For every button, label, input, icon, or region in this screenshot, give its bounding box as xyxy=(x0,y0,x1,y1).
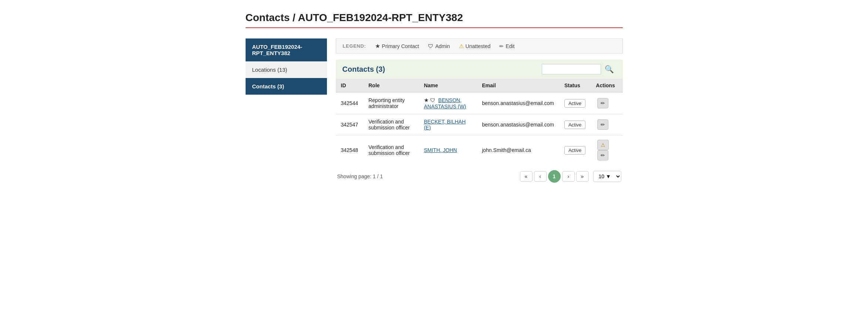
status-badge: Active xyxy=(564,121,585,129)
table-header-row: ID Role Name Email Status Actions xyxy=(336,79,623,92)
cell-role: Verification and submission officer xyxy=(363,135,419,165)
col-name: Name xyxy=(419,79,477,92)
cell-actions: ⚠ ✏ xyxy=(591,135,622,165)
col-status: Status xyxy=(559,79,591,92)
cell-status: Active xyxy=(559,92,591,114)
cell-id: 342547 xyxy=(336,114,364,135)
legend-admin-label: Admin xyxy=(435,43,450,49)
col-role: Role xyxy=(363,79,419,92)
legend-edit-label: Edit xyxy=(506,43,514,49)
cell-status: Active xyxy=(559,135,591,165)
edit-button[interactable]: ✏ xyxy=(597,119,608,130)
prev-page-button[interactable]: ‹ xyxy=(534,171,547,182)
legend-unattested: ⚠ Unattested xyxy=(459,43,491,50)
sidebar: AUTO_FEB192024-RPT_ENTY382 Locations (13… xyxy=(246,38,327,95)
cell-actions: ✏ xyxy=(591,114,622,135)
legend-edit: ✏ Edit xyxy=(499,43,514,49)
cell-role: Verification and submission officer xyxy=(363,114,419,135)
cell-status: Active xyxy=(559,114,591,135)
contacts-section-title: Contacts (3) xyxy=(342,65,385,74)
star-icon: ★ xyxy=(375,43,380,50)
edit-button[interactable]: ✏ xyxy=(597,98,608,108)
cell-name: BECKET, BILHAH (E) xyxy=(419,114,477,135)
pagination-controls: « ‹ 1 › » 10 ▼ 25 50 xyxy=(520,170,621,183)
legend-bar: LEGEND: ★ Primary Contact 🛡 Admin ⚠ Unat… xyxy=(336,38,623,54)
sidebar-item-contacts[interactable]: Contacts (3) xyxy=(246,78,327,95)
contact-name-link[interactable]: BECKET, BILHAH (E) xyxy=(424,119,466,131)
cell-email: benson.anastasius@email.com xyxy=(477,114,559,135)
last-page-button[interactable]: » xyxy=(576,171,589,182)
showing-page-label: Showing page: 1 / 1 xyxy=(337,173,383,179)
legend-label: LEGEND: xyxy=(343,43,366,49)
contacts-table: ID Role Name Email Status Actions 342544… xyxy=(336,79,623,165)
page-title: Contacts / AUTO_FEB192024-RPT_ENTY382 xyxy=(246,12,623,28)
search-button[interactable]: 🔍 xyxy=(602,64,616,74)
legend-unattested-label: Unattested xyxy=(466,43,491,49)
table-row: 342548 Verification and submission offic… xyxy=(336,135,623,165)
search-area: 🔍 xyxy=(542,64,616,74)
pagination-bar: Showing page: 1 / 1 « ‹ 1 › » 10 ▼ 25 50 xyxy=(336,165,623,184)
role-icons: ★ 🛡 xyxy=(424,97,435,104)
cell-role: Reporting entity administrator xyxy=(363,92,419,114)
shield-icon: 🛡 xyxy=(430,97,435,103)
first-page-button[interactable]: « xyxy=(520,171,533,182)
status-badge: Active xyxy=(564,146,585,155)
content-area: LEGEND: ★ Primary Contact 🛡 Admin ⚠ Unat… xyxy=(336,38,623,184)
search-input[interactable] xyxy=(542,64,601,74)
current-page-button[interactable]: 1 xyxy=(548,170,561,183)
contact-name-link[interactable]: SMITH, JOHN xyxy=(424,147,457,153)
cell-actions: ✏ xyxy=(591,92,622,114)
edit-icon: ✏ xyxy=(499,43,504,49)
star-icon: ★ xyxy=(424,97,429,104)
edit-button[interactable]: ✏ xyxy=(597,150,608,160)
cell-id: 342544 xyxy=(336,92,364,114)
sidebar-item-locations[interactable]: Locations (13) xyxy=(246,61,327,78)
status-badge: Active xyxy=(564,99,585,108)
sidebar-item-entity[interactable]: AUTO_FEB192024-RPT_ENTY382 xyxy=(246,38,327,61)
page-size-select[interactable]: 10 ▼ 25 50 xyxy=(593,171,621,182)
contacts-header: Contacts (3) 🔍 xyxy=(336,60,623,79)
col-actions: Actions xyxy=(591,79,622,92)
shield-icon: 🛡 xyxy=(428,43,433,49)
unattested-button[interactable]: ⚠ xyxy=(597,140,609,150)
legend-primary-contact-label: Primary Contact xyxy=(382,43,419,49)
warning-icon: ⚠ xyxy=(459,43,464,50)
legend-primary-contact: ★ Primary Contact xyxy=(375,43,419,50)
cell-email: john.Smith@email.ca xyxy=(477,135,559,165)
cell-email: benson.anastasius@email.com xyxy=(477,92,559,114)
next-page-button[interactable]: › xyxy=(562,171,575,182)
col-id: ID xyxy=(336,79,364,92)
cell-name: ★ 🛡 BENSON, ANASTASIUS (W) xyxy=(419,92,477,114)
cell-id: 342548 xyxy=(336,135,364,165)
col-email: Email xyxy=(477,79,559,92)
table-row: 342544 Reporting entity administrator ★ … xyxy=(336,92,623,114)
table-row: 342547 Verification and submission offic… xyxy=(336,114,623,135)
legend-admin: 🛡 Admin xyxy=(428,43,450,49)
cell-name: SMITH, JOHN xyxy=(419,135,477,165)
